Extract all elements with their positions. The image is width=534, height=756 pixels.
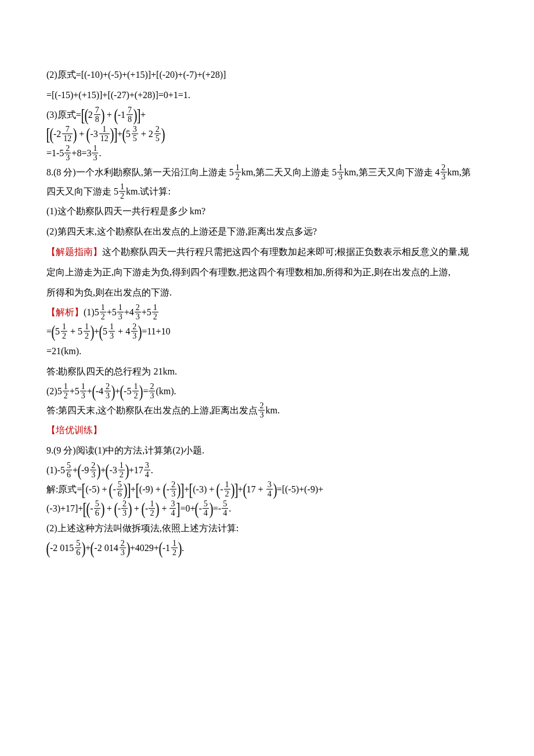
answer-2: 答:第四天末,这个勘察队在出发点的上游,距离出发点 23 km.: [46, 402, 488, 419]
mixed-number: 2 014 23: [98, 539, 127, 557]
fraction: 23: [258, 402, 265, 419]
fraction: 12: [119, 183, 125, 200]
fraction: 23: [120, 539, 126, 557]
whole: 2: [56, 127, 62, 142]
mixed-number: 9 23: [84, 462, 97, 479]
bracket-close: ]: [176, 500, 181, 517]
text: (km).: [156, 384, 176, 399]
plus: +: [99, 482, 109, 497]
minus: -: [167, 482, 169, 497]
whole: 3: [93, 127, 99, 142]
whole: 5: [55, 324, 60, 339]
fraction: 78: [127, 106, 133, 124]
paren-close: ): [128, 500, 132, 517]
hint-line-3: 所得和为负,则在出发点的下游.: [46, 283, 488, 302]
text: .: [229, 501, 231, 516]
solution-label: 【解析】: [46, 305, 84, 320]
text: (-5): [85, 482, 99, 497]
text: +4: [124, 305, 134, 320]
text: =0+: [180, 501, 195, 516]
paren-open: (: [106, 462, 110, 479]
text: km.: [265, 403, 279, 418]
plus: +: [117, 127, 122, 142]
paren-close: ): [73, 125, 77, 143]
text: 解:原式=: [46, 482, 82, 497]
text: km.试计算:: [126, 184, 171, 199]
plus: +: [104, 107, 114, 123]
minus: -: [220, 482, 223, 497]
paren-open: (: [114, 106, 118, 124]
fraction: 23: [90, 462, 96, 479]
paren-close: ): [91, 323, 95, 340]
paren-open: (: [86, 125, 91, 143]
problem-9-head: 9.(9 分)阅读(1)中的方法,计算第(2)小题.: [46, 441, 488, 460]
whole: 9: [84, 463, 89, 478]
mixed-number: 2 25: [149, 125, 161, 143]
mixed-number: 1 78: [121, 106, 134, 124]
paren-open: (: [163, 481, 167, 498]
hint-line-2: 定向上游走为正,向下游走为负,得到四个有理数,把这四个有理数相加,所得和为正,则…: [46, 263, 488, 282]
plus: +: [116, 324, 125, 339]
plus: +: [87, 384, 92, 399]
fraction: 112: [99, 125, 110, 143]
fraction: 13: [117, 304, 124, 321]
fraction: 23: [121, 500, 128, 517]
step-3-line-1: (3)原式= [ ( 2 78 ) + ( - 1 78 ) ] +: [46, 106, 488, 124]
paren-close: ): [178, 539, 182, 557]
paren-close: ): [111, 383, 116, 400]
paren-close: ): [161, 125, 165, 143]
paren-close: ): [82, 539, 86, 557]
fraction: 13: [80, 383, 86, 400]
fraction: 34: [144, 462, 150, 479]
whole: 2 014: [98, 541, 119, 556]
whole: 4: [99, 384, 104, 399]
mixed-number: 5 35: [126, 125, 139, 143]
text: .: [99, 146, 101, 161]
whole: 1: [165, 541, 171, 556]
paren-open: (: [122, 125, 126, 143]
question-2: (2)第四天末,这个勘察队在出发点的上游还是下游,距离出发点多远?: [46, 222, 488, 241]
fraction: 23: [64, 145, 71, 162]
hint-label: 【解题指南】: [46, 247, 102, 257]
plus: +: [139, 127, 149, 142]
fraction: 23: [170, 481, 176, 498]
mixed-number: 1 12: [165, 539, 178, 557]
minus: -: [145, 501, 148, 516]
whole: 5: [103, 324, 108, 339]
whole: 3: [113, 463, 118, 478]
paren-close: ): [126, 539, 130, 557]
text: 四天又向下游走 5: [46, 184, 118, 199]
fraction: 13: [337, 164, 344, 181]
whole: 5: [78, 324, 83, 339]
plus: +: [140, 107, 146, 123]
whole: 1: [121, 107, 126, 123]
plus: +: [104, 501, 114, 516]
mixed-number: 2 015 56: [53, 539, 82, 557]
text: =11+10: [142, 324, 170, 339]
text: +8=3: [71, 146, 91, 161]
text: .: [182, 541, 184, 556]
fraction: 56: [117, 481, 123, 498]
text: +5: [70, 384, 80, 399]
step-3-line-2: [ ( - 2 712 ) + ( - 3 112 ) ] + ( 5 35 +…: [46, 125, 488, 143]
bracket-open: [: [189, 481, 193, 498]
fraction: 23: [135, 304, 141, 321]
plus: +: [132, 501, 142, 516]
plus: +: [256, 482, 266, 497]
fraction: 12: [63, 383, 69, 400]
mixed-number: 4 23: [99, 383, 111, 400]
step-2-line-1: (2)原式=[(-10)+(-5)+(+15)]+[(-20)+(-7)+(+2…: [46, 66, 488, 84]
hint-line-1: 【解题指南】这个勘察队四天一共行程只需把这四个有理数加起来即可;根据正负数表示相…: [46, 243, 488, 261]
paren-open: (: [46, 539, 50, 557]
text: (-3)+17]+: [46, 501, 83, 516]
fraction: 12: [118, 462, 125, 479]
plus: +: [238, 482, 243, 497]
paren-close: ): [209, 500, 213, 517]
problem-8-line-2: 四天又向下游走 5 12 km.试计算:: [46, 183, 488, 200]
bracket-close: ]: [234, 481, 238, 498]
step-3-line-3: =1-5 23 +8=3 13 .: [46, 145, 488, 162]
plus: +: [68, 324, 78, 339]
text: .: [151, 463, 153, 478]
problem-9-expr-1: (1)-5 56 + ( - 9 23 ) + ( - 3 12 ) +17 3…: [46, 462, 488, 479]
fraction: 25: [154, 125, 161, 143]
